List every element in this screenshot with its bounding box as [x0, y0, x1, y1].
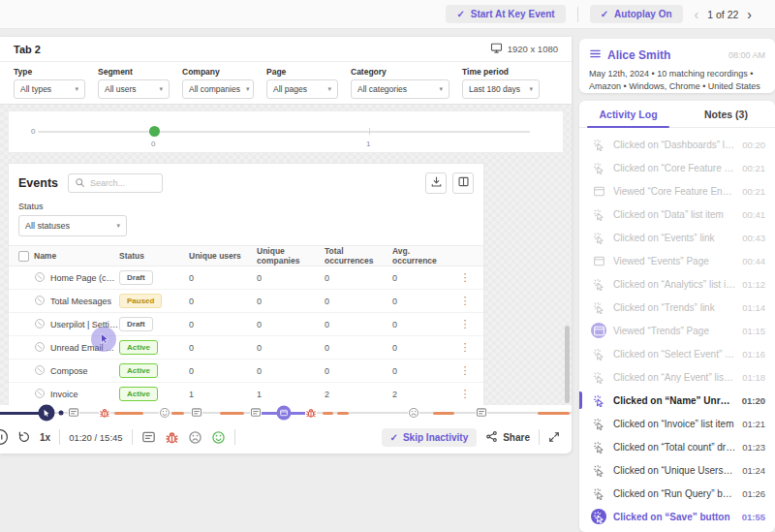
row-menu-icon[interactable]: ⋮	[450, 341, 480, 354]
note-marker-icon[interactable]	[476, 407, 487, 419]
current-marker-icon[interactable]	[39, 405, 55, 422]
event-type-icon	[34, 271, 46, 285]
columns-button[interactable]	[452, 172, 474, 194]
note-marker-icon[interactable]	[68, 407, 79, 419]
prev-session-icon[interactable]: ‹	[695, 8, 699, 21]
column-header[interactable]: Unique companies	[247, 246, 315, 266]
row-menu-icon[interactable]: ⋮	[450, 318, 480, 330]
table-row[interactable]: Total Meesages Paused 0000⋮	[9, 290, 483, 313]
filter-group: Time period Last 180 days ▾	[462, 67, 540, 104]
autoplay-button[interactable]: ✓ Autoplay On	[590, 5, 683, 23]
activity-item[interactable]: Clicked on “Invoice” list item 01:21	[579, 412, 775, 435]
smile-reaction-icon[interactable]	[211, 430, 226, 445]
fullscreen-icon[interactable]	[548, 431, 560, 443]
tab-notes-3-[interactable]: Notes (3)	[677, 101, 775, 127]
activity-item[interactable]: Clicked on “Analytics” list item 01:12	[579, 272, 775, 296]
event-name[interactable]: Total Meesages	[50, 297, 111, 306]
session-info-card[interactable]: Alice Smith 08:00 AM May 12th, 2024 • 10…	[579, 39, 775, 93]
activity-item[interactable]: Viewed “Core Feature Engagment” 00:21	[579, 179, 775, 203]
row-menu-icon[interactable]: ⋮	[450, 295, 480, 307]
activity-item[interactable]: Clicked on “Run Query” button 01:26	[579, 482, 775, 505]
activity-item[interactable]: Clicked on “Name” Unread Email C... 01:2…	[579, 389, 775, 412]
slider-handle[interactable]	[149, 126, 160, 137]
search-input[interactable]	[90, 178, 158, 188]
filter-select[interactable]: All pages ▾	[266, 79, 338, 99]
add-note-icon[interactable]	[141, 430, 156, 445]
activity-text: Clicked on “Dashboards” list item	[613, 140, 735, 150]
events-search[interactable]	[68, 173, 163, 193]
column-header[interactable]: Status	[119, 251, 179, 261]
filter-select[interactable]: All users ▾	[98, 79, 170, 99]
column-header[interactable]: Avg. occurrence	[383, 246, 450, 266]
activity-item[interactable]: Clicked on “Data” list item 00:41	[579, 203, 775, 226]
activity-item[interactable]: Clicked on “Save” button 01:55	[579, 505, 775, 528]
event-name[interactable]: Compose	[50, 366, 88, 376]
activity-text: Clicked on “Events” link	[613, 233, 735, 243]
event-name[interactable]: Invoice	[50, 390, 78, 399]
activity-text: Clicked on “Unique Users” list item	[613, 465, 735, 476]
share-button[interactable]: Share	[485, 430, 530, 445]
note-marker-icon[interactable]	[191, 407, 202, 419]
status-filter-select[interactable]: All statuses ▾	[18, 215, 127, 236]
note-marker-icon[interactable]	[250, 407, 262, 419]
filter-select[interactable]: All types ▾	[14, 79, 85, 99]
playback-speed-button[interactable]: 1x	[40, 432, 50, 443]
check-icon: ✓	[456, 9, 464, 19]
events-panel: Events Status All statuses ▾ Na	[8, 163, 484, 405]
filter-select[interactable]: All categories ▾	[351, 79, 450, 99]
screen-resolution: 1920 x 1080	[490, 42, 558, 56]
dot-marker-icon[interactable]	[59, 411, 64, 416]
row-menu-icon[interactable]: ⋮	[450, 364, 480, 377]
tab-activity-log[interactable]: Activity Log	[579, 101, 677, 127]
filter-select[interactable]: All companies ▾	[182, 79, 254, 99]
start-at-key-event-button[interactable]: ✓ Start At Key Event	[446, 5, 565, 23]
events-title: Events	[18, 176, 58, 190]
table-row[interactable]: Compose Active 0000⋮	[9, 360, 483, 383]
tab-title: Tab 2	[14, 44, 41, 55]
table-row[interactable]: Invoice Active 1122⋮	[9, 383, 483, 405]
activity-item[interactable]: Clicked on “Core Feature Engagem... 00:2…	[579, 156, 775, 179]
bug-marker-icon[interactable]	[99, 407, 110, 419]
row-menu-icon[interactable]: ⋮	[450, 388, 480, 400]
filter-select[interactable]: Last 180 days ▾	[462, 79, 540, 99]
activity-item[interactable]: Viewed “Events” Page 00:44	[579, 249, 775, 272]
viewed-marker-icon[interactable]	[277, 406, 292, 421]
next-session-icon[interactable]: ›	[747, 8, 752, 21]
activity-item[interactable]: Viewed “Trends” Page 01:15	[579, 319, 775, 342]
table-row[interactable]: Userpilot | Settings Draft 0000⋮	[9, 313, 483, 336]
bug-marker-icon[interactable]	[305, 407, 317, 419]
filter-label: Company	[182, 67, 254, 77]
select-all-checkbox[interactable]	[18, 251, 29, 262]
skip-inactivity-toggle[interactable]: ✓ Skip Inactivity	[382, 428, 478, 447]
slider-track[interactable]	[38, 131, 530, 133]
export-button[interactable]	[425, 172, 447, 194]
frown-marker-icon[interactable]	[408, 407, 419, 419]
replay-10-icon[interactable]	[17, 430, 31, 444]
column-header[interactable]: Total occurrences	[315, 246, 383, 266]
table-row[interactable]: Home Page (copy) Draft 0000⋮	[9, 266, 483, 290]
session-pager: ‹ 1 of 22 ›	[695, 8, 752, 21]
controls-divider	[234, 429, 235, 445]
table-row[interactable]: Unread Email Click Active 0000⋮	[9, 336, 483, 360]
activity-item[interactable]: Clicked on “Any Event” list item 01:18	[579, 365, 775, 389]
event-type-icon	[34, 364, 46, 378]
activity-item[interactable]: Clicked on “Trends” link 01:14	[579, 296, 775, 319]
activity-text: Clicked on “Select Event” dropdown	[613, 349, 735, 360]
report-bug-icon[interactable]	[165, 430, 179, 445]
row-menu-icon[interactable]: ⋮	[450, 271, 480, 284]
check-icon: ✓	[390, 432, 398, 443]
activity-item[interactable]: Clicked on “Unique Users” list item 01:2…	[579, 458, 775, 482]
event-name[interactable]: Home Page (copy)	[50, 273, 119, 283]
smile-marker-icon[interactable]	[159, 407, 170, 419]
column-header[interactable]: Name	[34, 251, 119, 261]
column-header[interactable]: Unique users	[179, 251, 247, 261]
frown-reaction-icon[interactable]	[188, 430, 202, 445]
activity-item[interactable]: Clicked on “Events” link 00:43	[579, 226, 775, 249]
activity-item[interactable]: Clicked on “Select Event” dropdown 01:16	[579, 342, 775, 365]
activity-icon	[591, 299, 606, 315]
activity-item[interactable]: Clicked on “Dashboards” list item 00:20	[579, 133, 775, 156]
activity-item[interactable]: Clicked on “Total count” dropdown 01:23	[579, 435, 775, 458]
playback-timeline[interactable]	[0, 405, 572, 421]
pause-icon[interactable]	[0, 428, 9, 446]
viewport-scrollbar[interactable]	[565, 326, 570, 403]
